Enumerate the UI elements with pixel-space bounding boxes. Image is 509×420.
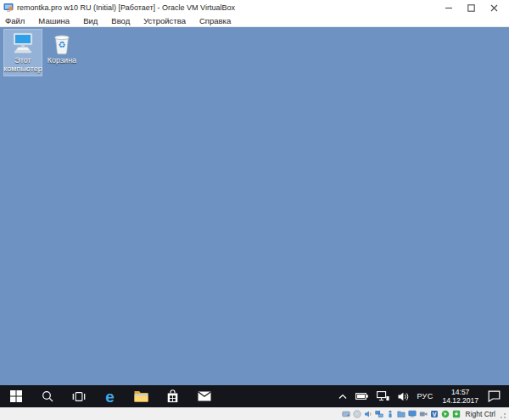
chevron-up-icon [338,394,347,400]
mail-icon [198,391,211,401]
audio-icon[interactable] [364,410,373,419]
volume-button[interactable] [394,385,413,407]
window-title: remontka.pro w10 RU (Initial) [Работает]… [17,3,235,12]
menu-item-input[interactable]: Ввод [104,15,137,26]
resize-grip[interactable] [499,410,506,419]
svg-text:♻: ♻ [59,40,66,49]
menu-item-help[interactable]: Справка [193,15,238,26]
menu-item-machine[interactable]: Машина [31,15,76,26]
menu-item-file[interactable]: Файл [0,15,31,26]
display-icon[interactable] [408,410,417,419]
mouse-integration-icon[interactable] [441,410,450,419]
menu-bar: Файл Машина Вид Ввод Устройства Справка [0,15,509,27]
keyboard-capture-icon[interactable] [452,410,461,419]
network-icon [377,391,389,401]
desktop-icon-this-pc[interactable]: Этот компьютер [4,30,42,76]
minimize-icon [445,3,453,12]
menu-item-view[interactable]: Вид [76,15,104,26]
network-button[interactable] [372,385,394,407]
windows-taskbar: e РУС [0,385,509,407]
taskbar-buttons: e [0,385,220,407]
edge-button[interactable]: e [94,385,126,407]
file-explorer-button[interactable] [126,385,157,407]
maximize-button[interactable] [460,0,483,15]
mail-button[interactable] [188,385,220,407]
desktop-icon-label: Этот компьютер [3,56,42,74]
features-icon[interactable]: V [430,410,439,419]
search-button[interactable] [31,385,63,407]
title-bar[interactable]: remontka.pro w10 RU (Initial) [Работает]… [0,0,509,15]
store-icon [167,389,178,403]
battery-icon [355,392,368,400]
close-button[interactable] [483,0,506,15]
search-icon [42,390,53,402]
vm-window-icon [3,3,14,13]
video-capture-icon[interactable] [419,410,428,419]
action-center-icon [488,390,501,402]
task-view-button[interactable] [63,385,94,407]
vm-desktop[interactable]: Этот компьютер ♻ Корзина [0,27,509,385]
vbox-status-bar: V Right Ctrl [0,407,509,420]
usb-icon[interactable] [386,410,395,419]
battery-button[interactable] [351,385,372,407]
host-key-indicator: Right Ctrl [466,410,495,418]
network-adapters-icon[interactable] [375,410,384,419]
system-tray: РУС 14:57 14.12.2017 [334,385,509,407]
this-pc-icon [10,31,36,55]
desktop-icon-recycle-bin[interactable]: ♻ Корзина [43,30,81,66]
window-controls [437,0,506,15]
action-center-button[interactable] [484,385,505,407]
shared-folders-icon[interactable] [397,410,406,419]
optical-drives-icon[interactable] [353,410,362,419]
tray-time: 14:57 [451,388,469,396]
tray-date: 14.12.2017 [442,396,478,405]
file-explorer-icon [134,390,148,402]
minimize-button[interactable] [437,0,460,15]
close-icon [490,4,498,12]
language-indicator[interactable]: РУС [413,385,438,407]
edge-icon: e [105,389,115,405]
maximize-icon [467,4,475,12]
menu-item-devices[interactable]: Устройства [137,15,193,26]
volume-icon [398,392,409,401]
virtualbox-window: remontka.pro w10 RU (Initial) [Работает]… [0,0,509,420]
svg-text:V: V [433,412,437,417]
hidden-icons-button[interactable] [334,385,351,407]
task-view-icon [72,391,86,402]
windows-logo-icon [10,390,22,402]
recycle-bin-icon: ♻ [49,31,75,55]
taskbar-clock[interactable]: 14:57 14.12.2017 [437,388,484,405]
start-button[interactable] [0,385,31,407]
hard-disks-icon[interactable] [342,410,351,419]
desktop-icon-label: Корзина [48,56,76,64]
store-button[interactable] [157,385,188,407]
